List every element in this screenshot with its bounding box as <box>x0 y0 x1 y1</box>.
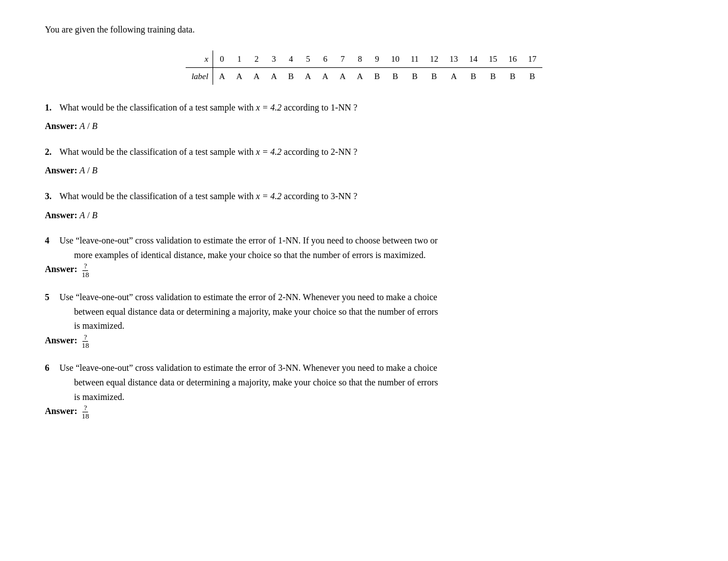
question-6-text-line3: is maximized. <box>74 392 125 402</box>
table-col-3: 3 <box>265 50 283 68</box>
intro-text: You are given the following training dat… <box>45 22 683 37</box>
table-label-12: B <box>425 67 444 85</box>
table-col-2: 2 <box>248 50 265 68</box>
question-4-answer-value: ? 18 <box>80 265 90 274</box>
question-6-answer: Answer: ? 18 <box>45 404 683 421</box>
question-1-line: 1. What would be the classification of a… <box>45 100 683 115</box>
table-col-14: 14 <box>464 50 483 68</box>
question-3-answer: Answer: A / B <box>45 208 683 223</box>
table-label-header: label <box>186 67 213 85</box>
question-4-number: 4 <box>45 233 56 248</box>
question-1-text: What would be the classification of a te… <box>59 100 683 115</box>
table-label-17: B <box>523 67 542 85</box>
table-col-8: 8 <box>351 50 368 68</box>
table-col-10: 10 <box>385 50 405 68</box>
question-5-text: Use “leave-one-out” cross validation to … <box>59 290 683 333</box>
question-1-block: 1. What would be the classification of a… <box>45 100 683 134</box>
question-5-fraction: ? 18 <box>81 333 90 350</box>
table-label-11: B <box>405 67 424 85</box>
question-3-answer-value: A / B <box>80 210 98 220</box>
table-x-label: x <box>186 50 213 68</box>
question-1-answer: Answer: A / B <box>45 119 683 134</box>
question-2-line: 2. What would be the classification of a… <box>45 145 683 159</box>
question-4-fraction: ? 18 <box>81 262 90 279</box>
table-col-9: 9 <box>368 50 385 68</box>
question-4-text-line2: more examples of identical distance, mak… <box>74 250 426 260</box>
question-5-block: 5 Use “leave-one-out” cross validation t… <box>45 290 683 350</box>
table-col-5: 5 <box>300 50 317 68</box>
question-5-denominator: 18 <box>81 342 90 350</box>
question-5-answer-label: Answer: <box>45 335 77 345</box>
table-label-15: B <box>483 67 503 85</box>
table-col-11: 11 <box>405 50 424 68</box>
training-table-wrapper: x 0 1 2 3 4 5 6 7 8 9 10 11 12 13 14 15 … <box>45 50 683 85</box>
table-label-6: A <box>317 67 334 85</box>
question-5-answer-value: ? 18 <box>80 335 90 345</box>
table-col-6: 6 <box>317 50 334 68</box>
table-label-5: A <box>300 67 317 85</box>
question-6-number: 6 <box>45 361 56 375</box>
table-label-13: A <box>444 67 464 85</box>
question-5-number: 5 <box>45 290 56 305</box>
question-5-text-line3: is maximized. <box>74 321 125 330</box>
question-5-numerator: ? <box>82 333 88 342</box>
table-label-7: A <box>334 67 351 85</box>
question-2-block: 2. What would be the classification of a… <box>45 145 683 178</box>
question-6-denominator: 18 <box>81 412 90 420</box>
table-col-17: 17 <box>523 50 542 68</box>
question-6-line: 6 Use “leave-one-out” cross validation t… <box>45 361 683 404</box>
question-4-answer: Answer: ? 18 <box>45 262 683 279</box>
question-2-answer-value: A / B <box>80 165 98 175</box>
question-5-text-line2: between equal distance data or determini… <box>74 307 438 316</box>
training-table: x 0 1 2 3 4 5 6 7 8 9 10 11 12 13 14 15 … <box>186 50 542 85</box>
question-4-line: 4 Use “leave-one-out” cross validation t… <box>45 233 683 262</box>
question-4-block: 4 Use “leave-one-out” cross validation t… <box>45 233 683 279</box>
question-2-number: 2. <box>45 145 56 159</box>
question-1-answer-value: A / B <box>80 121 98 131</box>
table-label-16: B <box>503 67 523 85</box>
question-6-numerator: ? <box>82 404 88 412</box>
table-label-4: B <box>283 67 300 85</box>
question-3-answer-label: Answer: <box>45 210 77 220</box>
table-label-1: A <box>231 67 248 85</box>
question-6-block: 6 Use “leave-one-out” cross validation t… <box>45 361 683 420</box>
question-4-answer-label: Answer: <box>45 265 77 274</box>
table-header-row: x 0 1 2 3 4 5 6 7 8 9 10 11 12 13 14 15 … <box>186 50 542 68</box>
question-2-answer-label: Answer: <box>45 165 77 175</box>
table-col-15: 15 <box>483 50 503 68</box>
table-label-2: A <box>248 67 265 85</box>
question-4-text: Use “leave-one-out” cross validation to … <box>59 233 683 262</box>
table-col-0: 0 <box>213 50 231 68</box>
table-label-row: label A A A A B A A A A B B B B A B B B … <box>186 67 542 85</box>
question-3-text: What would be the classification of a te… <box>59 189 683 204</box>
table-label-14: B <box>464 67 483 85</box>
question-3-math: x = 4.2 <box>256 191 282 201</box>
table-label-3: A <box>265 67 283 85</box>
table-col-4: 4 <box>283 50 300 68</box>
question-6-answer-label: Answer: <box>45 407 77 416</box>
table-label-10: B <box>385 67 405 85</box>
question-6-fraction: ? 18 <box>81 404 90 421</box>
table-label-9: B <box>368 67 385 85</box>
question-1-answer-label: Answer: <box>45 121 77 131</box>
table-col-13: 13 <box>444 50 464 68</box>
table-col-7: 7 <box>334 50 351 68</box>
table-col-12: 12 <box>425 50 444 68</box>
question-1-number: 1. <box>45 100 56 115</box>
question-3-line: 3. What would be the classification of a… <box>45 189 683 204</box>
question-6-answer-value: ? 18 <box>80 407 90 416</box>
table-col-16: 16 <box>503 50 523 68</box>
table-label-0: A <box>213 67 231 85</box>
question-2-math: x = 4.2 <box>256 147 282 157</box>
question-5-answer: Answer: ? 18 <box>45 333 683 350</box>
table-col-1: 1 <box>231 50 248 68</box>
question-4-denominator: 18 <box>81 271 90 279</box>
question-2-answer: Answer: A / B <box>45 163 683 178</box>
question-1-math: x = 4.2 <box>256 103 282 112</box>
table-label-8: A <box>351 67 368 85</box>
question-3-block: 3. What would be the classification of a… <box>45 189 683 222</box>
question-2-text: What would be the classification of a te… <box>59 145 683 159</box>
question-3-number: 3. <box>45 189 56 204</box>
question-4-numerator: ? <box>82 262 88 270</box>
question-5-line: 5 Use “leave-one-out” cross validation t… <box>45 290 683 333</box>
